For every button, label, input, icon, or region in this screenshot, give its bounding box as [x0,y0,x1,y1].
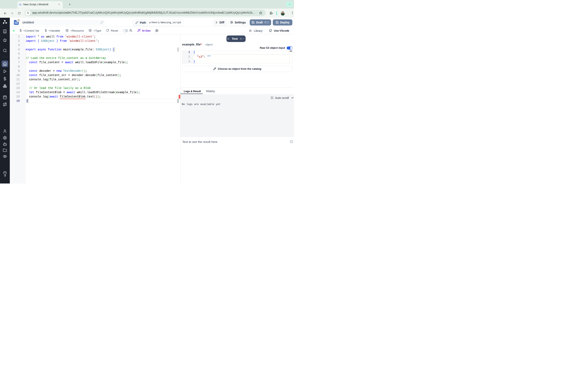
svg-text:TS: TS [15,22,17,25]
